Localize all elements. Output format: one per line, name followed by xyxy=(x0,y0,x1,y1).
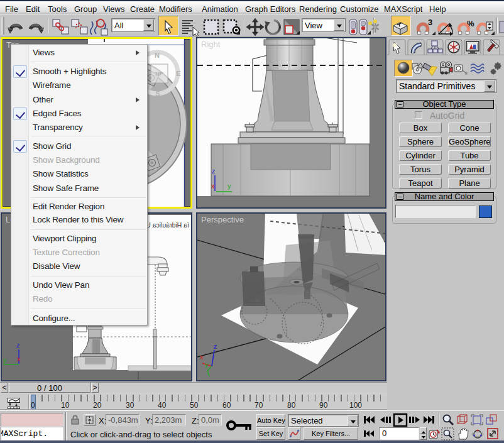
svg-text:N: N xyxy=(155,52,160,59)
svg-text:z: z xyxy=(214,342,217,350)
svg-text:x: x xyxy=(17,355,21,363)
svg-text:E: E xyxy=(176,70,180,77)
svg-text:x: x xyxy=(200,353,204,361)
svg-text:x: x xyxy=(211,182,215,190)
svg-text:S: S xyxy=(155,90,160,97)
svg-text:y: y xyxy=(3,356,7,364)
svg-text:z: z xyxy=(212,167,216,175)
svg-text:%: % xyxy=(467,19,474,28)
svg-text:ía Hidráulica Uni: ía Hidráulica Uni xyxy=(141,221,189,229)
svg-text:19P: 19P xyxy=(155,72,163,76)
svg-text:3: 3 xyxy=(428,18,432,27)
svg-text:z: z xyxy=(16,341,20,349)
svg-text:y: y xyxy=(205,361,209,368)
svg-text:y: y xyxy=(227,182,231,190)
